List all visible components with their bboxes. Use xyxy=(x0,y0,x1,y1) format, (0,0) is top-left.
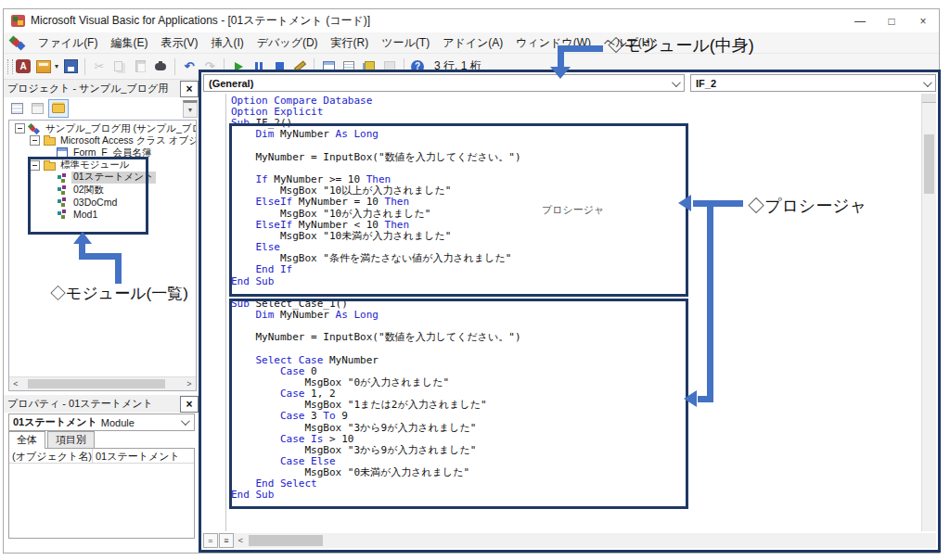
menu-item-1[interactable]: 編集(E) xyxy=(104,33,154,53)
tree-item-project[interactable]: サンプル_ブログ用 (サンプル_ブログ用) xyxy=(9,122,196,134)
procedure-arrowhead2 xyxy=(684,390,697,407)
maximize-button[interactable]: □ xyxy=(876,9,907,32)
window-title: Microsoft Visual Basic for Applications … xyxy=(31,13,370,29)
object-dropdown[interactable]: (General) xyxy=(203,74,685,92)
form-icon xyxy=(56,147,69,158)
tree-item-label: 02関数 xyxy=(71,184,106,196)
code-text[interactable]: Option Compare DatabaseOption ExplicitSu… xyxy=(231,95,521,502)
module-content-annotation: ◇モジュール(中身) xyxy=(608,34,754,57)
minimize-button[interactable]: — xyxy=(844,9,876,32)
panel-scroll-button[interactable]: ▼ xyxy=(183,100,198,118)
menu-item-7[interactable]: アドイン(A) xyxy=(436,33,509,53)
procedure-arrowhead1 xyxy=(678,195,691,211)
menu-item-0[interactable]: ファイル(F) xyxy=(32,33,104,53)
code-line: MyNumber = InputBox("数値を入力してください。") xyxy=(231,152,521,163)
property-name-cell: (オブジェクト名) xyxy=(9,449,93,463)
tree-item-label: Form_F_会員名簿 xyxy=(71,146,154,159)
project-explorer-panel: プロジェクト - サンプル_ブログ用 × ▼ サンプル_ブログ用 (サンプル_ブ… xyxy=(4,80,200,395)
tree-item-module[interactable]: 03DoCmd xyxy=(9,196,196,208)
collapse-icon[interactable] xyxy=(30,135,40,146)
close-button[interactable]: × xyxy=(907,9,939,32)
scroll-left-arrow[interactable]: < xyxy=(9,379,22,388)
module-icon xyxy=(56,197,69,207)
toggle-folders-button[interactable] xyxy=(48,99,69,118)
chevron-down-icon xyxy=(672,78,681,87)
object-selector-dropdown[interactable]: 01ステートメント Module xyxy=(8,414,195,431)
toolbar-separator xyxy=(174,58,175,75)
code-window: (General) IF_2 Option Compare DatabaseOp… xyxy=(199,70,941,553)
code-line: MyNumber = InputBox("数値を入力してください。") xyxy=(231,332,521,343)
menu-item-2[interactable]: 表示(V) xyxy=(154,33,204,53)
access-icon[interactable]: A xyxy=(16,59,31,73)
folder-icon xyxy=(52,104,65,113)
code-margin-bar xyxy=(203,94,226,531)
module-list-annotation: ◇モジュール(一覧) xyxy=(50,283,188,304)
code-editor-area[interactable]: Option Compare DatabaseOption ExplicitSu… xyxy=(203,94,936,531)
properties-tabs: 全体 項目別 xyxy=(8,433,195,449)
view-code-icon xyxy=(11,103,23,114)
procedure-arrow-hbar1 xyxy=(693,200,743,207)
full-module-view-button[interactable]: ≡ xyxy=(219,533,234,548)
property-row[interactable]: (オブジェクト名) 01ステートメント xyxy=(9,449,194,464)
view-object-icon xyxy=(32,103,44,114)
save-icon[interactable] xyxy=(64,59,78,73)
procedure-arrow-hbar2 xyxy=(698,396,713,402)
code-line: End Sub xyxy=(231,276,521,287)
view-object-button[interactable] xyxy=(28,100,46,117)
folder-icon xyxy=(43,160,56,171)
collapse-icon[interactable] xyxy=(15,123,25,134)
properties-panel: プロパティ - 01ステートメント × 01ステートメント Module 全体 … xyxy=(4,395,200,553)
undo-icon[interactable] xyxy=(180,57,199,76)
tree-item-module[interactable]: 01ステートメント xyxy=(9,172,196,184)
module-content-arrowhead xyxy=(550,67,571,79)
screenshot-canvas: Microsoft Visual Basic for Applications … xyxy=(0,0,950,560)
project-tree-hscrollbar[interactable]: < > xyxy=(9,376,196,390)
hscroll-thumb[interactable] xyxy=(28,379,165,388)
project-tree: サンプル_ブログ用 (サンプル_ブログ用)Microsoft Access クラ… xyxy=(9,122,196,221)
properties-panel-header: プロパティ - 01ステートメント × xyxy=(4,395,200,413)
menu-item-3[interactable]: 挿入(I) xyxy=(204,33,250,53)
tree-item-form[interactable]: Form_F_会員名簿 xyxy=(9,146,196,159)
procedure-dropdown[interactable]: IF_2 xyxy=(690,74,936,92)
properties-panel-title: プロパティ - 01ステートメント xyxy=(7,397,153,411)
procedure-gray-label: プロシージャ xyxy=(542,203,604,217)
tab-alphabetic[interactable]: 全体 xyxy=(8,431,45,449)
menu-item-6[interactable]: ツール(T) xyxy=(375,33,436,53)
view-code-button[interactable] xyxy=(7,100,26,117)
collapse-icon[interactable] xyxy=(30,160,40,171)
chevron-down-icon xyxy=(181,416,190,426)
properties-panel-body: 01ステートメント Module 全体 項目別 (オブジェクト名) 01ステート… xyxy=(8,414,195,549)
procedure-view-button[interactable]: = xyxy=(203,533,218,548)
menu-bar: ファイル(F)編集(E)表示(V)挿入(I)デバッグ(D)実行(R)ツール(T)… xyxy=(4,32,939,54)
menu-item-4[interactable]: デバッグ(D) xyxy=(250,33,325,53)
tree-item-folder[interactable]: 標準モジュール xyxy=(9,159,196,172)
tree-item-folder[interactable]: Microsoft Access クラス オブジェクト xyxy=(9,134,196,146)
vba-logo-icon xyxy=(9,36,24,49)
code-bottom-bar: = ≡ < xyxy=(203,533,936,548)
copy-icon xyxy=(110,57,129,76)
find-icon[interactable] xyxy=(151,57,170,76)
object-dropdown-value: (General) xyxy=(209,78,253,89)
scroll-right-arrow[interactable]: > xyxy=(183,379,196,388)
module-icon xyxy=(56,185,69,195)
project-panel-close-button[interactable]: × xyxy=(180,81,199,97)
procedure-annotation: ◇プロシージャ xyxy=(748,195,867,217)
code-vertical-scrollbar[interactable] xyxy=(921,94,936,531)
property-value-cell[interactable]: 01ステートメント xyxy=(93,449,194,463)
tree-item-module[interactable]: 02関数 xyxy=(9,184,196,196)
split-handle[interactable] xyxy=(922,94,936,103)
dropdown-caret-icon[interactable]: ▾ xyxy=(52,57,61,76)
selected-object-name: 01ステートメント xyxy=(13,415,97,429)
properties-grid: (オブジェクト名) 01ステートメント xyxy=(8,448,195,539)
tree-item-label: 01ステートメント xyxy=(71,172,156,184)
tab-categorized[interactable]: 項目別 xyxy=(47,431,95,449)
tree-item-module[interactable]: Mod1 xyxy=(9,208,196,220)
vscroll-thumb[interactable] xyxy=(924,134,934,194)
procedure-dropdown-value: IF_2 xyxy=(696,78,716,89)
menu-item-5[interactable]: 実行(R) xyxy=(325,33,376,53)
code-hscroll-thumb[interactable] xyxy=(249,535,323,546)
cut-icon xyxy=(90,57,109,76)
insert-form-icon[interactable] xyxy=(36,60,51,73)
properties-panel-close-button[interactable]: × xyxy=(180,396,199,413)
hscroll-left-arrow[interactable]: < xyxy=(235,536,247,545)
